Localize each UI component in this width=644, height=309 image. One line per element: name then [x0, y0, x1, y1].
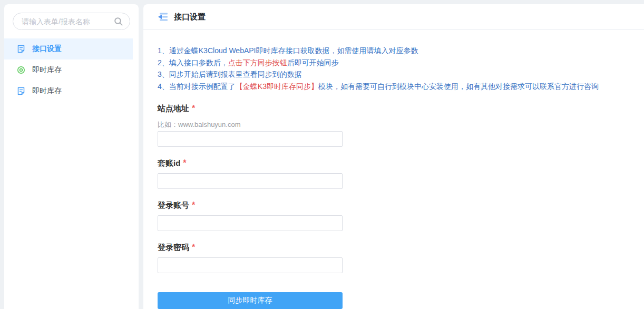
instruction-line: 3、同步开始后请到报表里查看同步到的数据 [158, 68, 630, 81]
sync-inventory-button[interactable]: 同步即时库存 [158, 292, 343, 309]
target-icon [17, 66, 25, 74]
required-asterisk: * [183, 158, 186, 167]
document-icon [17, 87, 25, 95]
document-icon [17, 45, 25, 53]
page-title: 接口设置 [174, 12, 206, 22]
main-content: 1、通过金蝶K3Cloud WebAPI即时库存接口获取数据，如需使用请填入对应… [143, 30, 644, 309]
collapse-menu-icon[interactable] [158, 12, 168, 22]
instructions: 1、通过金蝶K3Cloud WebAPI即时库存接口获取数据，如需使用请填入对应… [158, 45, 630, 92]
required-asterisk: * [192, 201, 195, 210]
search-icon[interactable] [114, 17, 123, 26]
field-login-account: 登录账号* [158, 201, 343, 231]
sidebar-item-label: 即时库存 [32, 86, 62, 96]
sidebar-item-interface-settings[interactable]: 接口设置 [4, 38, 133, 59]
field-label: 站点地址 [158, 104, 189, 113]
field-hint: 比如：www.baishuyun.com [158, 120, 343, 129]
sidebar-item-realtime-inventory-report[interactable]: 即时库存 [4, 59, 133, 81]
instruction-line: 2、填入接口参数后，点击下方同步按钮后即可开始同步 [158, 57, 630, 69]
instruction-line: 4、当前对接示例配置了【金蝶K3即时库存同步】模块，如有需要可自行到模块中心安装… [158, 81, 630, 93]
search-input[interactable] [13, 13, 130, 30]
sidebar-item-label: 即时库存 [32, 65, 62, 75]
main-header: 接口设置 [143, 4, 644, 30]
required-asterisk: * [192, 104, 195, 113]
field-label: 登录密码 [158, 243, 189, 252]
account-set-id-input[interactable] [158, 173, 343, 189]
sidebar: 接口设置 即时库存 即时库存 [4, 4, 139, 309]
login-password-input[interactable] [158, 257, 343, 273]
field-account-set-id: 套账id* [158, 158, 343, 189]
field-label: 套账id [158, 158, 180, 167]
instruction-line: 1、通过金蝶K3Cloud WebAPI即时库存接口获取数据，如需使用请填入对应… [158, 45, 630, 57]
login-account-input[interactable] [158, 215, 343, 231]
main-panel: 接口设置 1、通过金蝶K3Cloud WebAPI即时库存接口获取数据，如需使用… [143, 4, 644, 309]
field-login-password: 登录密码* [158, 243, 343, 273]
sidebar-menu: 接口设置 即时库存 即时库存 [4, 38, 139, 102]
sidebar-item-realtime-inventory-form[interactable]: 即时库存 [4, 81, 133, 102]
site-address-input[interactable] [158, 131, 343, 147]
field-label: 登录账号 [158, 201, 189, 210]
sidebar-item-label: 接口设置 [32, 44, 62, 54]
field-site-address: 站点地址* 比如：www.baishuyun.com [158, 104, 343, 147]
required-asterisk: * [192, 243, 195, 252]
sidebar-search [13, 13, 130, 30]
